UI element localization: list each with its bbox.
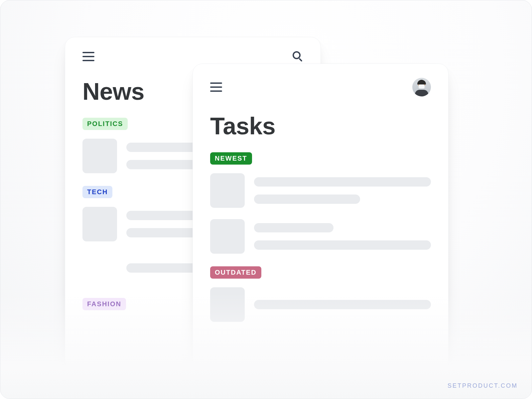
menu-icon[interactable] [82, 52, 94, 61]
menu-icon[interactable] [210, 82, 222, 92]
tag-tech[interactable]: TECH [82, 186, 112, 198]
tasks-card: Tasks NEWEST OUTDATED [193, 64, 449, 369]
tag-newest[interactable]: NEWEST [210, 152, 252, 165]
thumbnail-placeholder [82, 207, 117, 241]
text-placeholder [254, 195, 360, 204]
tasks-card-header [210, 78, 431, 96]
canvas-frame: News POLITICS TECH [0, 0, 532, 399]
tag-fashion[interactable]: FASHION [82, 298, 126, 310]
text-placeholder [254, 300, 431, 309]
list-item[interactable] [210, 287, 431, 322]
tag-politics[interactable]: POLITICS [82, 118, 128, 130]
thumbnail-placeholder [210, 287, 245, 322]
text-placeholder [254, 223, 333, 232]
list-item[interactable] [210, 173, 431, 208]
tasks-section-outdated: OUTDATED [210, 265, 431, 322]
thumbnail-placeholder [82, 139, 117, 173]
news-card-header [82, 51, 303, 62]
search-icon[interactable] [293, 51, 303, 62]
tasks-title: Tasks [210, 112, 431, 140]
thumbnail-placeholder [210, 173, 245, 208]
tag-outdated[interactable]: OUTDATED [210, 266, 261, 279]
text-placeholder [254, 240, 431, 250]
tasks-section-newest: NEWEST [210, 151, 431, 254]
text-placeholder [254, 177, 431, 187]
thumbnail-placeholder [210, 219, 245, 254]
avatar[interactable] [412, 78, 431, 96]
list-item[interactable] [210, 219, 431, 254]
watermark: SETPRODUCT.COM [448, 382, 518, 389]
